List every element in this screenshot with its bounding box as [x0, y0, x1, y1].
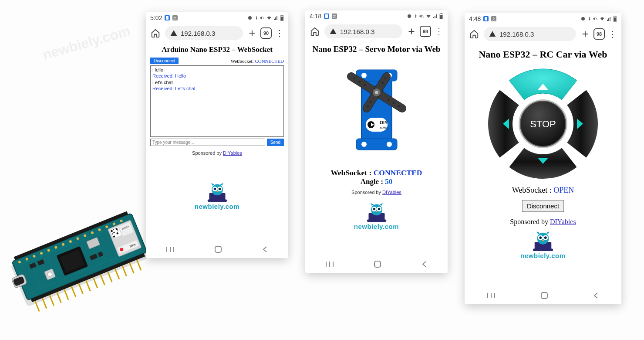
- status-time: 5:02: [150, 14, 162, 21]
- browser-address-bar: 192.168.0.3 98 ⋮: [465, 24, 621, 44]
- nav-recents-button[interactable]: [325, 261, 334, 268]
- websocket-status-value: OPEN: [553, 186, 574, 194]
- svg-point-153: [539, 236, 542, 239]
- signal-icon: [273, 15, 279, 20]
- dpad-left-button[interactable]: [488, 90, 519, 157]
- alarm-icon: [407, 14, 412, 19]
- svg-rect-125: [367, 220, 386, 222]
- dpad-down-button[interactable]: [509, 148, 577, 179]
- newbiely-logo: newbiely.com: [465, 229, 621, 259]
- servo-motor-illustration[interactable]: DIY ables: [305, 62, 448, 158]
- phone-servo-motor: 4:18 文 192.168.0.3 98 ⋮ Nano ESP32 – Ser…: [305, 10, 448, 273]
- svg-rect-159: [541, 292, 547, 299]
- browser-menu-button[interactable]: ⋮: [435, 27, 443, 36]
- alarm-icon: [247, 15, 253, 20]
- svg-rect-149: [533, 248, 553, 251]
- tab-count-button[interactable]: 98: [420, 26, 431, 37]
- url-text: 192.168.0.3: [499, 31, 534, 38]
- insecure-warning-icon: [489, 31, 496, 37]
- wifi-icon: [266, 15, 272, 20]
- svg-text:文: 文: [492, 17, 496, 21]
- chat-line-sent: Hello: [152, 67, 282, 73]
- tab-count-button[interactable]: 98: [593, 28, 605, 40]
- home-button[interactable]: [150, 28, 161, 38]
- websocket-status-value: CONNECTED: [374, 168, 422, 177]
- signal-icon: [433, 14, 438, 19]
- newbiely-logo-text: newbiely.com: [520, 252, 565, 259]
- home-button[interactable]: [469, 29, 479, 39]
- android-status-bar: 4:18 文: [305, 10, 448, 22]
- insecure-warning-icon: [330, 28, 337, 35]
- url-field[interactable]: 192.168.0.3: [324, 24, 402, 38]
- svg-rect-89: [325, 14, 328, 18]
- nav-back-button[interactable]: [593, 292, 600, 299]
- nav-home-button[interactable]: [214, 245, 223, 254]
- browser-menu-button[interactable]: ⋮: [275, 29, 284, 37]
- browser-address-bar: 192.168.0.3 98 ⋮: [305, 22, 448, 41]
- bluetooth-icon: [587, 16, 591, 21]
- new-tab-plus-icon[interactable]: [580, 29, 590, 39]
- direction-pad: STOP: [465, 67, 621, 180]
- stop-button-label: STOP: [530, 119, 556, 129]
- page-title: Arduino Nano ESP32 – WebSocket: [146, 45, 288, 54]
- page-title: Nano ESP32 – Servo Motor via Web: [305, 44, 448, 54]
- sponsor-link[interactable]: DIYables: [550, 218, 576, 225]
- svg-line-140: [596, 17, 597, 20]
- message-input[interactable]: Type your message...: [150, 139, 265, 146]
- volume-mute-icon: [593, 16, 598, 21]
- svg-point-82: [218, 188, 221, 190]
- nav-back-button[interactable]: [421, 261, 428, 268]
- svg-rect-67: [166, 16, 169, 20]
- svg-point-81: [213, 188, 216, 190]
- nav-recents-button[interactable]: [165, 246, 175, 253]
- android-status-bar: 5:02 文: [146, 12, 288, 24]
- nav-home-button[interactable]: [373, 260, 382, 269]
- signal-icon: [607, 16, 612, 21]
- tab-count-button[interactable]: 90: [260, 27, 272, 39]
- url-field[interactable]: 192.168.0.3: [165, 26, 243, 40]
- sponsor-line: Sponsored by DIYables: [305, 190, 448, 195]
- volume-mute-icon: [419, 14, 424, 19]
- disconnect-button[interactable]: Disconnect: [522, 200, 564, 212]
- alarm-icon: [580, 16, 586, 21]
- nav-recents-button[interactable]: [486, 292, 496, 299]
- disconnect-button[interactable]: Disconnect: [150, 58, 179, 64]
- page-title: Nano ESP32 – RC Car via Web: [465, 49, 621, 60]
- new-tab-plus-icon[interactable]: [407, 27, 416, 36]
- svg-line-70: [263, 17, 264, 19]
- url-field[interactable]: 192.168.0.3: [484, 27, 576, 41]
- svg-line-92: [422, 15, 424, 17]
- sponsor-link[interactable]: DIYables: [223, 150, 242, 156]
- stop-button[interactable]: STOP: [519, 99, 567, 148]
- dpad-up-button[interactable]: [509, 69, 577, 100]
- websocket-status-label: WebSocket: CONNECTED: [231, 58, 284, 64]
- dpad-right-button[interactable]: [567, 90, 598, 157]
- battery-icon: [439, 13, 443, 19]
- svg-point-130: [378, 208, 380, 211]
- new-tab-plus-icon[interactable]: [247, 28, 257, 38]
- bluetooth-icon: [254, 15, 258, 20]
- app-icon: [165, 15, 170, 20]
- nav-back-button[interactable]: [262, 246, 269, 253]
- diyables-badge-sub: ables: [380, 126, 388, 129]
- home-button[interactable]: [310, 26, 320, 37]
- nav-home-button[interactable]: [540, 291, 549, 300]
- volume-mute-icon: [260, 15, 265, 20]
- svg-point-129: [373, 208, 375, 211]
- browser-menu-button[interactable]: ⋮: [608, 30, 617, 38]
- servo-angle: Angle : 50: [305, 177, 448, 186]
- chat-line-received: Received: Let's chat: [152, 85, 282, 92]
- send-button[interactable]: Send: [267, 139, 284, 146]
- svg-text:文: 文: [173, 16, 177, 20]
- svg-rect-94: [441, 13, 442, 14]
- watermark: newbiely.com: [41, 23, 132, 63]
- arduino-nano-esp32-board: NORA blox: [4, 183, 157, 323]
- svg-point-102: [361, 73, 367, 78]
- wifi-icon: [425, 14, 432, 19]
- svg-rect-72: [281, 15, 283, 15]
- svg-rect-73: [281, 17, 283, 20]
- svg-rect-135: [374, 261, 381, 267]
- svg-point-105: [387, 142, 392, 147]
- battery-icon: [280, 15, 284, 21]
- sponsor-link[interactable]: DIYables: [382, 190, 401, 195]
